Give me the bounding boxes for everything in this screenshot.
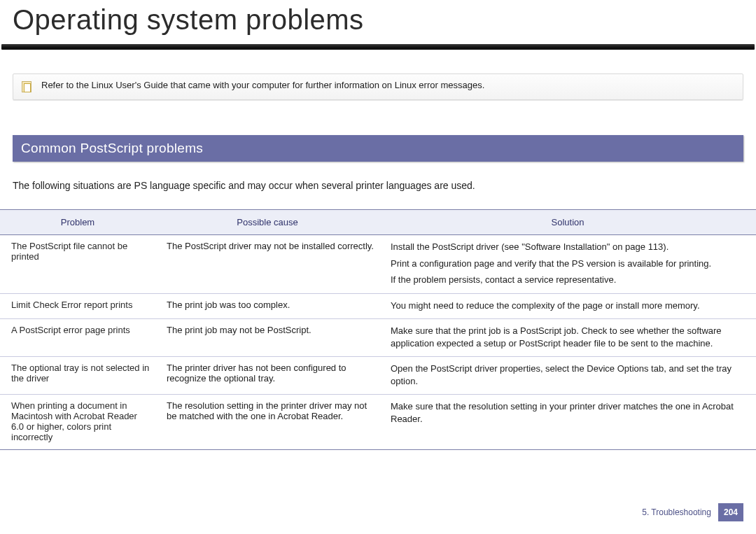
cell-problem: The PostScript file cannot be printed (0, 235, 155, 294)
page-footer: 5. Troubleshooting 204 (642, 503, 743, 521)
table-row: The optional tray is not selected in the… (0, 357, 756, 395)
section-intro: The following situations are PS language… (13, 180, 743, 191)
cell-problem: A PostScript error page prints (0, 319, 155, 357)
solution-item: Open the PostScript driver properties, s… (391, 363, 750, 387)
section-header: Common PostScript problems (13, 135, 743, 162)
postscript-problems-table: Problem Possible cause Solution The Post… (0, 209, 756, 450)
cell-solution: You might need to reduce the complexity … (379, 293, 756, 319)
cell-solution: Install the PostScript driver (see "Soft… (379, 235, 756, 294)
solution-item: Make sure that the print job is a PostSc… (391, 325, 750, 349)
note-icon (20, 80, 33, 94)
th-solution: Solution (379, 210, 756, 235)
solution-item: Make sure that the resolution setting in… (391, 400, 750, 425)
cell-solution: Open the PostScript driver properties, s… (379, 357, 756, 395)
title-divider (1, 44, 755, 50)
cell-solution: Make sure that the print job is a PostSc… (379, 319, 756, 357)
solution-item: Install the PostScript driver (see "Soft… (391, 241, 750, 253)
note-text: Refer to the Linux User's Guide that cam… (41, 80, 484, 90)
cell-cause: The printer driver has not been configur… (155, 357, 379, 395)
cell-problem: Limit Check Error report prints (0, 293, 155, 319)
th-cause: Possible cause (155, 210, 379, 235)
cell-problem: The optional tray is not selected in the… (0, 357, 155, 395)
table-row: The PostScript file cannot be printedThe… (0, 235, 756, 294)
cell-solution: Make sure that the resolution setting in… (379, 395, 756, 450)
cell-cause: The PostScript driver may not be install… (155, 235, 379, 294)
table-row: Limit Check Error report printsThe print… (0, 293, 756, 319)
table-row: A PostScript error page printsThe print … (0, 319, 756, 357)
footer-chapter: 5. Troubleshooting (642, 507, 711, 517)
footer-page-number: 204 (718, 503, 743, 521)
page-title: Operating system problems (0, 0, 756, 44)
solution-item: If the problem persists, contact a servi… (391, 274, 750, 286)
table-row: When printing a document in Macintosh wi… (0, 395, 756, 450)
solution-item: Print a configuration page and verify th… (391, 258, 750, 270)
cell-cause: The resolution setting in the printer dr… (155, 395, 379, 450)
cell-problem: When printing a document in Macintosh wi… (0, 395, 155, 450)
cell-cause: The print job may not be PostScript. (155, 319, 379, 357)
solution-item: You might need to reduce the complexity … (391, 300, 750, 312)
cell-cause: The print job was too complex. (155, 293, 379, 319)
th-problem: Problem (0, 210, 155, 235)
note-box: Refer to the Linux User's Guide that cam… (13, 73, 743, 100)
